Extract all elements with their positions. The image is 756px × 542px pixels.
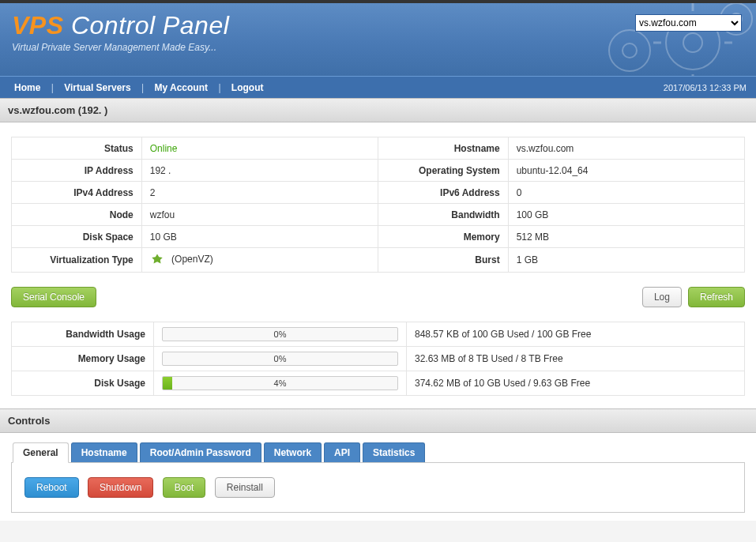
detail-label: Memory bbox=[378, 226, 508, 248]
app-title-rest: Control Panel bbox=[64, 11, 230, 40]
details-row: NodewzfouBandwidth100 GB bbox=[12, 204, 745, 226]
detail-label: Hostname bbox=[378, 137, 508, 160]
usage-row: Disk Usage4%374.62 MB of 10 GB Used / 9.… bbox=[12, 371, 745, 396]
usage-table: Bandwidth Usage0%848.57 KB of 100 GB Use… bbox=[11, 322, 745, 396]
usage-row: Memory Usage0%32.63 MB of 8 TB Used / 8 … bbox=[12, 347, 745, 371]
openvz-icon bbox=[150, 253, 164, 267]
progress-pct: 4% bbox=[163, 377, 397, 390]
nav-sep: | bbox=[138, 82, 147, 93]
detail-label: Burst bbox=[378, 248, 508, 273]
vps-details-table: StatusOnlineHostnamevs.wzfou.comIP Addre… bbox=[11, 137, 745, 273]
detail-label: Node bbox=[12, 204, 142, 226]
app-title-prefix: VPS bbox=[12, 11, 64, 40]
detail-value: 0 bbox=[508, 182, 744, 204]
usage-label: Memory Usage bbox=[12, 347, 154, 371]
refresh-button[interactable]: Refresh bbox=[688, 287, 745, 307]
action-row: Serial Console Log Refresh bbox=[11, 284, 745, 322]
details-row: IPv4 Address2IPv6 Address0 bbox=[12, 182, 745, 204]
nav-my-account[interactable]: My Account bbox=[149, 82, 213, 93]
detail-value: 192 . bbox=[141, 160, 378, 182]
usage-progress-cell: 0% bbox=[154, 347, 407, 371]
boot-button[interactable]: Boot bbox=[163, 477, 206, 498]
server-select[interactable]: vs.wzfou.com bbox=[635, 14, 742, 32]
usage-text: 848.57 KB of 100 GB Used / 100 GB Free bbox=[407, 322, 745, 347]
detail-value: (OpenVZ) bbox=[141, 248, 378, 273]
app-title: VPS Control Panel bbox=[12, 11, 744, 40]
tab-statistics[interactable]: Statistics bbox=[363, 442, 425, 462]
progress-pct: 0% bbox=[163, 328, 397, 341]
detail-value: ubuntu-12.04_64 bbox=[508, 160, 744, 182]
detail-label: Bandwidth bbox=[378, 204, 508, 226]
usage-progress-cell: 0% bbox=[154, 322, 407, 347]
controls-tabs: GeneralHostnameRoot/Admin PasswordNetwor… bbox=[11, 442, 745, 463]
detail-value: 100 GB bbox=[508, 204, 744, 226]
tab-api[interactable]: API bbox=[324, 442, 360, 462]
detail-value: vs.wzfou.com bbox=[508, 137, 744, 160]
header-banner: VPS Control Panel Virtual Private Server… bbox=[0, 3, 756, 76]
progress-bar: 0% bbox=[162, 352, 398, 366]
log-button[interactable]: Log bbox=[642, 287, 682, 307]
tab-hostname[interactable]: Hostname bbox=[71, 442, 137, 462]
progress-bar: 0% bbox=[162, 327, 398, 341]
main-nav: Home | Virtual Servers | My Account | Lo… bbox=[0, 76, 756, 98]
progress-bar: 4% bbox=[162, 376, 398, 390]
details-row: Virtualization Type (OpenVZ)Burst1 GB bbox=[12, 248, 745, 273]
details-row: StatusOnlineHostnamevs.wzfou.com bbox=[12, 137, 745, 160]
nav-sep: | bbox=[48, 82, 57, 93]
detail-value: 1 GB bbox=[508, 248, 744, 273]
detail-label: Virtualization Type bbox=[12, 248, 142, 273]
details-row: IP Address192 .Operating Systemubuntu-12… bbox=[12, 160, 745, 182]
nav-sep: | bbox=[215, 82, 224, 93]
serial-console-button[interactable]: Serial Console bbox=[11, 287, 96, 307]
nav-logout[interactable]: Logout bbox=[227, 82, 269, 93]
detail-label: Operating System bbox=[378, 160, 508, 182]
shutdown-button[interactable]: Shutdown bbox=[88, 477, 153, 498]
usage-text: 374.62 MB of 10 GB Used / 9.63 GB Free bbox=[407, 371, 745, 396]
detail-value: wzfou bbox=[141, 204, 378, 226]
detail-label: Disk Space bbox=[12, 226, 142, 248]
usage-progress-cell: 4% bbox=[154, 371, 407, 396]
progress-pct: 0% bbox=[163, 352, 397, 365]
reinstall-button[interactable]: Reinstall bbox=[215, 477, 275, 498]
nav-home[interactable]: Home bbox=[9, 82, 45, 93]
detail-value: 512 MB bbox=[508, 226, 744, 248]
detail-value: Online bbox=[141, 137, 378, 160]
reboot-button[interactable]: Reboot bbox=[24, 477, 79, 498]
usage-row: Bandwidth Usage0%848.57 KB of 100 GB Use… bbox=[12, 322, 745, 347]
nav-datetime: 2017/06/13 12:33 PM bbox=[664, 83, 747, 92]
detail-value: 10 GB bbox=[141, 226, 378, 248]
status-online: Online bbox=[150, 143, 178, 154]
tab-root-admin-password[interactable]: Root/Admin Password bbox=[140, 442, 261, 462]
tab-panel-general: Reboot Shutdown Boot Reinstall bbox=[11, 463, 745, 513]
detail-label: IPv4 Address bbox=[12, 182, 142, 204]
app-tagline: Virtual Private Server Management Made E… bbox=[12, 42, 744, 53]
detail-value: 2 bbox=[141, 182, 378, 204]
detail-label: IP Address bbox=[12, 160, 142, 182]
details-row: Disk Space10 GBMemory512 MB bbox=[12, 226, 745, 248]
detail-label: IPv6 Address bbox=[378, 182, 508, 204]
detail-label: Status bbox=[12, 137, 142, 160]
tab-network[interactable]: Network bbox=[264, 442, 322, 462]
nav-virtual-servers[interactable]: Virtual Servers bbox=[59, 82, 136, 93]
usage-text: 32.63 MB of 8 TB Used / 8 TB Free bbox=[407, 347, 745, 371]
usage-label: Bandwidth Usage bbox=[12, 322, 154, 347]
usage-label: Disk Usage bbox=[12, 371, 154, 396]
controls-title: Controls bbox=[0, 408, 756, 433]
tab-general[interactable]: General bbox=[13, 442, 69, 463]
page-title: vs.wzfou.com (192. ) bbox=[0, 98, 756, 122]
